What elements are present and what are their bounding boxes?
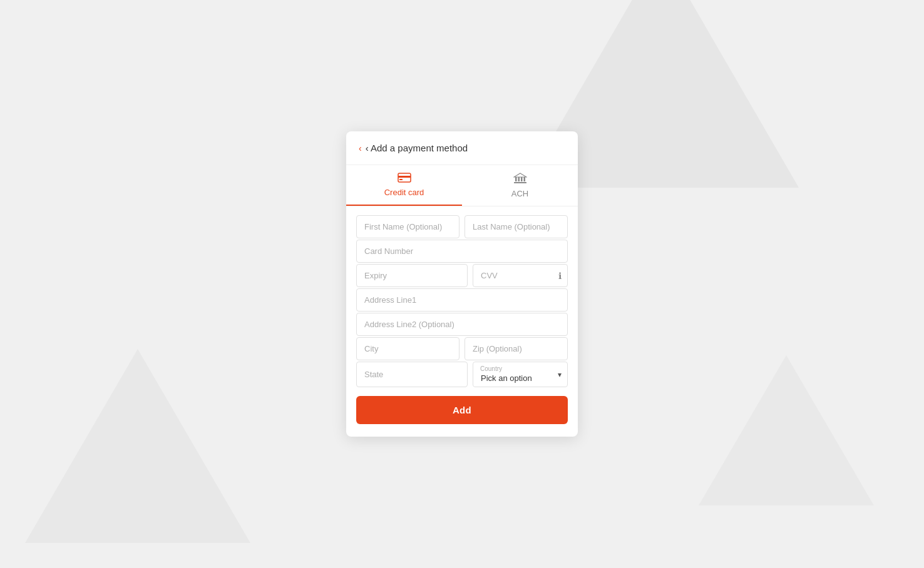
state-input[interactable] xyxy=(356,362,468,387)
tab-credit-card-label: Credit card xyxy=(384,188,424,197)
expiry-input[interactable] xyxy=(356,264,468,287)
payment-modal: ‹ ‹ Add a payment method Credit card xyxy=(346,131,578,437)
back-arrow-icon[interactable]: ‹ xyxy=(359,143,362,153)
expiry-cvv-row: ℹ xyxy=(356,264,568,287)
card-number-row xyxy=(356,240,568,263)
address-line2-row xyxy=(356,313,568,336)
svg-rect-7 xyxy=(523,177,525,181)
svg-rect-6 xyxy=(521,177,523,181)
address-line2-input[interactable] xyxy=(356,313,568,336)
address-line1-input[interactable] xyxy=(356,288,568,312)
tab-credit-card[interactable]: Credit card xyxy=(346,165,462,206)
tab-ach[interactable]: ACH xyxy=(462,165,578,206)
country-select[interactable]: Pick an option United States Canada Unit… xyxy=(473,362,568,387)
last-name-input[interactable] xyxy=(465,215,568,238)
svg-rect-8 xyxy=(514,182,526,183)
svg-rect-4 xyxy=(515,177,517,181)
card-number-input[interactable] xyxy=(356,240,568,263)
add-button[interactable]: Add xyxy=(356,396,568,424)
credit-card-icon xyxy=(398,173,411,185)
first-name-input[interactable] xyxy=(356,215,459,238)
country-wrap: Country Pick an option United States Can… xyxy=(473,362,568,387)
city-zip-row xyxy=(356,337,568,360)
city-input[interactable] xyxy=(356,337,459,360)
svg-marker-3 xyxy=(514,173,526,177)
payment-form: ℹ Country Pick an option United States C xyxy=(346,206,578,437)
svg-rect-5 xyxy=(518,177,520,181)
bank-icon xyxy=(513,173,527,186)
modal-title: ‹ Add a payment method xyxy=(366,143,468,153)
payment-tabs: Credit card ACH xyxy=(346,165,578,206)
svg-rect-1 xyxy=(398,176,411,178)
tab-ach-label: ACH xyxy=(511,189,528,198)
svg-rect-2 xyxy=(399,179,403,180)
address-line1-row xyxy=(356,288,568,312)
cvv-wrap: ℹ xyxy=(473,264,568,287)
modal-header: ‹ ‹ Add a payment method xyxy=(346,131,578,165)
zip-input[interactable] xyxy=(465,337,568,360)
cvv-input[interactable] xyxy=(473,264,568,287)
name-row xyxy=(356,215,568,238)
state-country-row: Country Pick an option United States Can… xyxy=(356,362,568,387)
